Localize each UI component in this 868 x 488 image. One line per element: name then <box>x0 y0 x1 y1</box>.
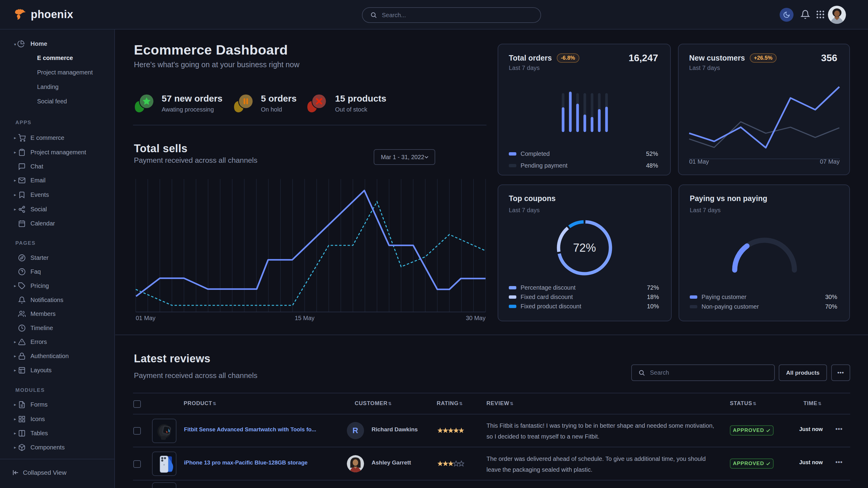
svg-text:72%: 72% <box>573 241 596 254</box>
svg-text:30 May: 30 May <box>466 315 486 321</box>
svg-text:01 May: 01 May <box>136 315 156 321</box>
svg-text:15 May: 15 May <box>294 315 315 321</box>
svg-text:07 May: 07 May <box>820 158 840 165</box>
svg-text:01 May: 01 May <box>689 158 709 165</box>
